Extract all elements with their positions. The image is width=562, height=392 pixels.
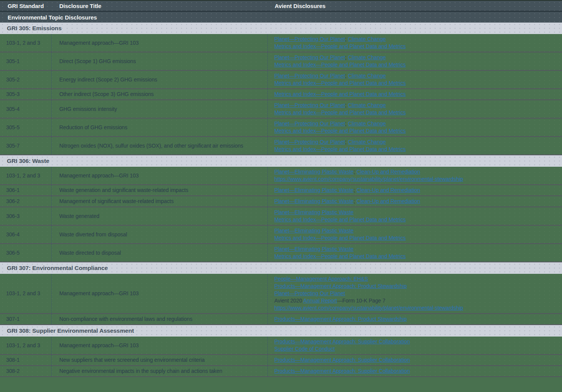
disclosure-line: Planet—Protecting Our Planet; Climate Ch… xyxy=(274,72,557,80)
disclosure-line: Planet—Eliminating Plastic Waste xyxy=(274,227,557,234)
disclosure-link[interactable]: Planet—Protecting Our Planet xyxy=(274,102,345,108)
avient-disclosures-cell: Products—Management Approach: Supplier C… xyxy=(268,366,562,376)
disclosure-line: Avient 2020 Annual Report—Form 10-K Page… xyxy=(274,297,557,304)
gri-standard-code: 103-1, 2 and 3 xyxy=(6,290,51,297)
avient-disclosures-cell: Products—Management Approach: Supplier C… xyxy=(268,337,562,354)
disclosure-link[interactable]: Planet—Protecting Our Planet xyxy=(274,36,345,42)
group-header: GRI 308: Supplier Environmental Assessme… xyxy=(0,325,562,337)
avient-disclosures-cell: Planet—Eliminating Plastic Waste; Clean-… xyxy=(268,196,562,207)
disclosure-link[interactable]: Products—Management Approach: Product St… xyxy=(274,283,407,289)
avient-disclosures-cell: Planet—Protecting Our Planet; Climate Ch… xyxy=(268,34,562,52)
disclosure-title-cell: Waste generation and significant waste-r… xyxy=(52,185,268,195)
table-row: 305-1Direct (Scope 1) GHG emissionsPlane… xyxy=(0,52,562,71)
gri-standard-code: 305-1 xyxy=(6,58,51,65)
disclosure-link[interactable]: Planet—Eliminating Plastic Waste xyxy=(274,228,353,234)
gri-standard-code: 103-1, 2 and 3 xyxy=(6,342,51,349)
disclosure-link[interactable]: Metrics and Index—People and Planet Data… xyxy=(274,253,406,259)
disclosure-link[interactable]: Metrics and Index—People and Planet Data… xyxy=(274,62,406,68)
disclosure-link[interactable]: Climate Change xyxy=(348,120,386,127)
disclosure-link[interactable]: People—Management Approach: EH&S xyxy=(274,276,368,282)
gri-standard-code: 305-2 xyxy=(6,76,51,83)
disclosure-link[interactable]: Planet—Protecting Our Planet xyxy=(274,73,345,79)
disclosure-link[interactable]: https://www.avient.com/company/sustainab… xyxy=(274,176,463,182)
gri-standard-cell: 305-2 xyxy=(0,71,52,88)
disclosure-link[interactable]: Products—Management Approach: Supplier C… xyxy=(274,338,410,345)
disclosure-link[interactable]: Metrics and Index—People and Planet Data… xyxy=(274,80,406,86)
table-row: 305-3Other indirect (Scope 3) GHG emissi… xyxy=(0,89,562,100)
table-row: 305-5Reduction of GHG emissionsPlanet—Pr… xyxy=(0,119,562,137)
disclosure-link[interactable]: Clean-Up and Remediation xyxy=(357,169,420,175)
disclosure-link[interactable]: Planet—Eliminating Plastic Waste xyxy=(274,246,353,252)
gri-standard-cell: 308-1 xyxy=(0,355,52,365)
gri-standard-code: 308-2 xyxy=(6,368,51,375)
disclosure-link[interactable]: Annual Report xyxy=(303,298,337,304)
disclosure-title-text: Nitrogen oxides (NOX), sulfur oxides (SO… xyxy=(59,142,262,150)
gri-standard-cell: 305-3 xyxy=(0,89,52,99)
disclosure-title-cell: Management approach—GRI 103 xyxy=(52,274,268,313)
disclosure-link[interactable]: Metrics and Index—People and Planet Data… xyxy=(274,216,406,223)
disclosure-link[interactable]: Supplier Code of Conduct xyxy=(274,346,335,352)
disclosure-link[interactable]: Products—Management Approach: Supplier C… xyxy=(274,368,410,374)
disclosure-line: Metrics and Index—People and Planet Data… xyxy=(274,43,557,50)
column-header-avient-disclosures: Avient Disclosures xyxy=(268,1,562,11)
disclosure-line: Metrics and Index—People and Planet Data… xyxy=(274,234,557,242)
disclosure-title-text: Management approach—GRI 103 xyxy=(59,342,262,349)
disclosure-link[interactable]: https://www.avient.com/company/sustainab… xyxy=(274,305,463,311)
table-row: 308-2Negative environmental impacts in t… xyxy=(0,366,562,377)
gri-standard-code: 308-1 xyxy=(6,356,51,364)
disclosure-link[interactable]: Metrics and Index—People and Planet Data… xyxy=(274,43,406,49)
disclosure-link[interactable]: Planet—Protecting Our Planet xyxy=(274,54,345,60)
disclosure-link[interactable]: Products—Management Approach: Supplier C… xyxy=(274,357,410,363)
gri-standard-cell: 305-7 xyxy=(0,137,52,155)
disclosure-link[interactable]: Planet—Eliminating Plastic Waste xyxy=(274,198,353,204)
disclosure-link[interactable]: Planet—Eliminating Plastic Waste xyxy=(274,169,353,175)
disclosure-link[interactable]: Planet—Protecting Our Planet xyxy=(274,290,345,296)
disclosure-line: Products—Management Approach: Supplier C… xyxy=(274,356,557,364)
disclosure-link[interactable]: Metrics and Index—People and Planet Data… xyxy=(274,91,406,97)
disclosure-link[interactable]: Clean-Up and Remediation xyxy=(357,187,420,193)
disclosure-link[interactable]: Products—Management Approach: Product St… xyxy=(274,316,407,322)
gri-standard-code: 306-1 xyxy=(6,187,51,194)
disclosure-title-cell: Waste directed to disposal xyxy=(52,244,268,262)
disclosure-title-text: Direct (Scope 1) GHG emissions xyxy=(59,58,262,65)
disclosure-line: Metrics and Index—People and Planet Data… xyxy=(274,61,557,68)
disclosure-title-cell: Management approach—GRI 103 xyxy=(52,34,268,52)
gri-standard-code: 306-3 xyxy=(6,213,51,220)
disclosure-title-text: Management approach—GRI 103 xyxy=(59,172,262,179)
disclosure-line: Products—Management Approach: Supplier C… xyxy=(274,338,557,345)
table-row: 305-4GHG emissions intensityPlanet—Prote… xyxy=(0,100,562,119)
disclosure-link[interactable]: Metrics and Index—People and Planet Data… xyxy=(274,235,406,241)
disclosure-line: Metrics and Index—People and Planet Data… xyxy=(274,109,557,116)
table-row: 103-1, 2 and 3Management approach—GRI 10… xyxy=(0,274,562,314)
disclosure-link[interactable]: Metrics and Index—People and Planet Data… xyxy=(274,109,406,115)
disclosure-plain-text: ; xyxy=(353,187,357,193)
gri-standard-code: 305-7 xyxy=(6,142,51,150)
gri-standard-code: 305-5 xyxy=(6,124,51,131)
disclosure-title-cell: Management approach—GRI 103 xyxy=(52,337,268,354)
disclosure-link[interactable]: Planet—Eliminating Plastic Waste xyxy=(274,209,353,215)
disclosure-link[interactable]: Climate Change xyxy=(348,54,386,60)
disclosure-link[interactable]: Climate Change xyxy=(348,73,386,79)
disclosure-title-cell: Waste diverted from disposal xyxy=(52,226,268,243)
disclosure-link[interactable]: Climate Change xyxy=(348,139,386,145)
avient-disclosures-cell: Planet—Eliminating Plastic WasteMetrics … xyxy=(268,244,562,262)
disclosure-link[interactable]: Metrics and Index—People and Planet Data… xyxy=(274,128,406,134)
disclosure-line: Metrics and Index—People and Planet Data… xyxy=(274,127,557,135)
disclosure-link[interactable]: Planet—Protecting Our Planet xyxy=(274,120,345,127)
table-row: 306-3Waste generatedPlanet—Eliminating P… xyxy=(0,207,562,226)
disclosure-title-cell: Waste generated xyxy=(52,207,268,225)
avient-disclosures-cell: Planet—Protecting Our Planet; Climate Ch… xyxy=(268,52,562,70)
disclosure-link[interactable]: Metrics and Index—People and Planet Data… xyxy=(274,146,406,152)
disclosure-link[interactable]: Climate Change xyxy=(348,102,386,108)
disclosure-link[interactable]: Planet—Eliminating Plastic Waste xyxy=(274,187,353,193)
gri-standard-cell: 306-4 xyxy=(0,226,52,243)
disclosure-link[interactable]: Clean-Up and Remediation xyxy=(357,198,420,204)
gri-standard-code: 103-1, 2 and 3 xyxy=(6,39,51,47)
disclosure-link[interactable]: Climate Change xyxy=(348,36,386,42)
disclosure-link[interactable]: Planet—Protecting Our Planet xyxy=(274,139,345,145)
avient-disclosures-cell: Planet—Protecting Our Planet; Climate Ch… xyxy=(268,119,562,136)
gri-standard-code: 306-5 xyxy=(6,249,51,257)
disclosure-title-text: New suppliers that were screened using e… xyxy=(59,356,262,364)
table-row: 103-1, 2 and 3Management approach—GRI 10… xyxy=(0,167,562,185)
gri-standard-code: 305-4 xyxy=(6,106,51,113)
